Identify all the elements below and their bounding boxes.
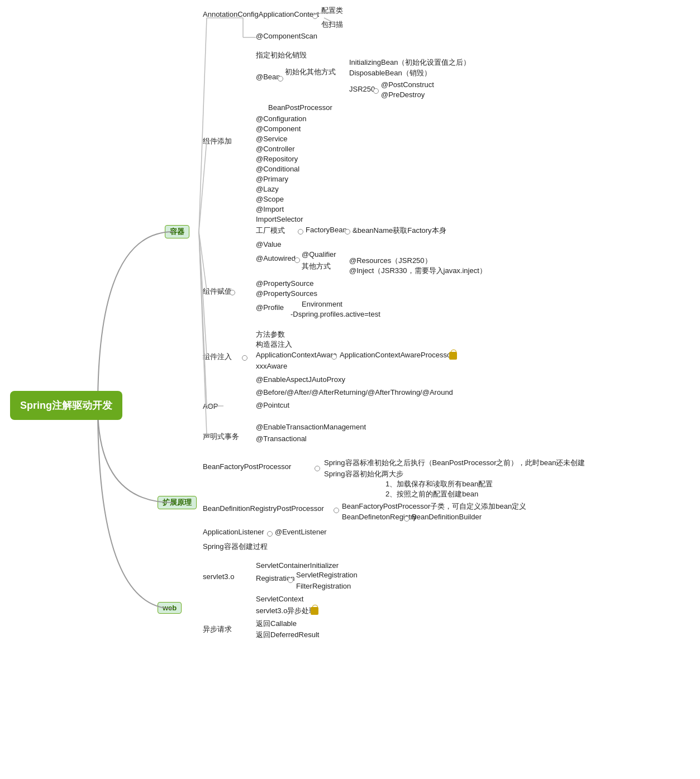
xxx-aware-label: xxxAware	[256, 362, 287, 370]
svg-line-13	[199, 232, 207, 406]
bean-def-builder-label: BeanDefinitionBuilder	[412, 513, 482, 521]
svg-line-0	[199, 18, 207, 232]
component-add-label: 组件添加	[203, 136, 232, 146]
lock-icon-2	[311, 607, 318, 615]
autowired-circle	[294, 257, 300, 263]
method-param-label: 方法参数	[256, 329, 285, 340]
factory-mode-circle	[298, 229, 303, 235]
bean-def-registry-pp-circle	[334, 508, 339, 513]
transactional-label: @Transactional	[256, 434, 307, 443]
servlet-context-label: ServletContext	[256, 595, 303, 603]
scope-label: @Scope	[256, 195, 284, 203]
return-callable-label: 返回Callable	[256, 619, 297, 629]
import-label: @Import	[256, 205, 284, 213]
configuration-label: @Configuration	[256, 114, 307, 123]
disposable-bean-label: DisposableBean（销毁）	[349, 68, 431, 78]
component-assign-circle	[230, 290, 235, 295]
event-listener-label: @EventListener	[275, 528, 327, 536]
svg-line-9	[199, 232, 207, 290]
before-after-label: @Before/@After/@AfterReturning/@AfterThr…	[256, 388, 453, 396]
bean-circle	[278, 76, 283, 82]
servlet3-async-label: servlet3.o异步处理	[256, 606, 316, 616]
enable-aspect-j-label: @EnableAspectJAutoProxy	[256, 375, 345, 384]
registration-circle	[288, 577, 293, 583]
value-label: @Value	[256, 240, 281, 248]
jsr250-label: JSR250	[349, 85, 375, 93]
factory-bean-circle	[345, 229, 350, 235]
component-label: @Component	[256, 125, 301, 133]
resources-label: @Resources（JSR250）	[349, 256, 432, 266]
servlet3-label: servlet3.o	[203, 572, 234, 581]
pointcut-label: @Pointcut	[256, 401, 289, 409]
declarative-tx-label: 声明式事务	[203, 432, 239, 442]
annotation-config-circle	[312, 13, 318, 19]
config-class-label: 配置类	[321, 6, 343, 16]
context-aware-label: ApplicationContextAware	[256, 351, 337, 359]
aop-label: AOP	[203, 402, 218, 410]
bean-factory-pp-circle	[315, 466, 320, 471]
spring-container-two-step-label: Spring容器初始化两大步	[324, 469, 403, 479]
component-inject-circle	[242, 355, 247, 361]
step2-label: 2、按照之前的配置创建bean	[385, 489, 478, 499]
bean-factory-pp-label: BeanFactoryPostProcessor	[203, 462, 291, 471]
return-deferred-label: 返回DeferredResult	[256, 630, 319, 640]
factory-bean-label: FactoryBean	[306, 226, 347, 234]
primary-label: @Primary	[256, 175, 288, 183]
post-construct-label: @PostConstruct	[381, 80, 434, 89]
lazy-label: @Lazy	[256, 185, 279, 193]
profile-label: @Profile	[256, 303, 284, 312]
bean-annotation-label: @Bean	[256, 73, 280, 81]
repository-label: @Repository	[256, 155, 298, 163]
service-label: @Service	[256, 135, 288, 143]
property-source-label: @PropertySource	[256, 279, 314, 288]
expand-node: 扩展原理	[158, 496, 197, 509]
web-node: web	[158, 602, 182, 614]
package-scan-label: 包扫描	[321, 20, 343, 30]
context-aware-circle	[331, 354, 337, 360]
jsr250-circle	[373, 88, 379, 94]
bean-def-registry-circle	[404, 516, 409, 522]
async-request-label: 异步请求	[203, 624, 232, 634]
app-listener-label: ApplicationListener	[203, 528, 264, 536]
factory-bean-name-label: &beanName获取Factory本身	[353, 226, 446, 236]
component-inject-label: 组件注入	[203, 352, 232, 362]
conditional-label: @Conditional	[256, 165, 299, 173]
lock-icon-1	[449, 352, 457, 360]
component-assign-label: 组件赋值	[203, 286, 232, 297]
import-selector-label: ImportSelector	[256, 215, 303, 223]
step1-label: 1、加载保存和读取所有bean配置	[385, 479, 493, 489]
container-node: 容器	[165, 225, 189, 238]
controller-label: @Controller	[256, 145, 295, 153]
constructor-inject-label: 构造器注入	[256, 340, 292, 350]
other-way-label: 其他方式	[302, 261, 331, 271]
annotation-config-label: AnnotationConfigApplicationContext	[203, 10, 319, 18]
inject-label: @Inject（JSR330，需要导入javax.inject）	[349, 266, 487, 276]
spring-container-init-label: Spring容器标准初始化之后执行（BeanPostProcessor之前），此…	[324, 458, 585, 468]
init-other-label: 初始化其他方式	[285, 67, 336, 77]
app-listener-circle	[267, 531, 273, 537]
autowired-label: @Autowired	[256, 254, 296, 262]
specify-init-label: 指定初始化销毁	[256, 50, 307, 60]
bean-def-registry-pp-label: BeanDefinitionRegistryPostProcessor	[203, 504, 324, 513]
pre-destroy-label: @PreDestroy	[381, 90, 425, 99]
bean-post-processor-label: BeanPostProcessor	[268, 103, 332, 112]
spring-container-create-label: Spring容器创建过程	[203, 542, 268, 552]
qualifier-label: @Qualifier	[302, 250, 336, 259]
filter-registration-label: FilterRegistration	[296, 582, 351, 590]
environment-label: Environment	[302, 300, 342, 308]
servlet-container-init-label: ServletContainerInitializer	[256, 561, 339, 570]
bean-factory-subclass-label: BeanFactoryPostProcessor子类，可自定义添加bean定义	[342, 501, 526, 512]
initializing-bean-label: InitializingBean（初始化设置值之后）	[349, 58, 470, 68]
root-node: Spring注解驱动开发	[10, 391, 122, 420]
mind-map: Spring注解驱动开发 容器 AnnotationConfigApplicat…	[0, 0, 700, 779]
property-sources-label: @PropertySources	[256, 289, 317, 298]
component-scan-label: @ComponentScan	[256, 32, 317, 40]
svg-line-7	[199, 141, 207, 232]
dspring-label: -Dspring.profiles.active=test	[291, 310, 380, 318]
factory-mode-label: 工厂模式	[256, 226, 285, 236]
context-aware-processor-label: ApplicationContextAwareProcessor	[340, 351, 454, 359]
servlet-registration-label: ServletRegistration	[296, 571, 358, 579]
enable-tx-label: @EnableTransactionManagement	[256, 423, 366, 431]
